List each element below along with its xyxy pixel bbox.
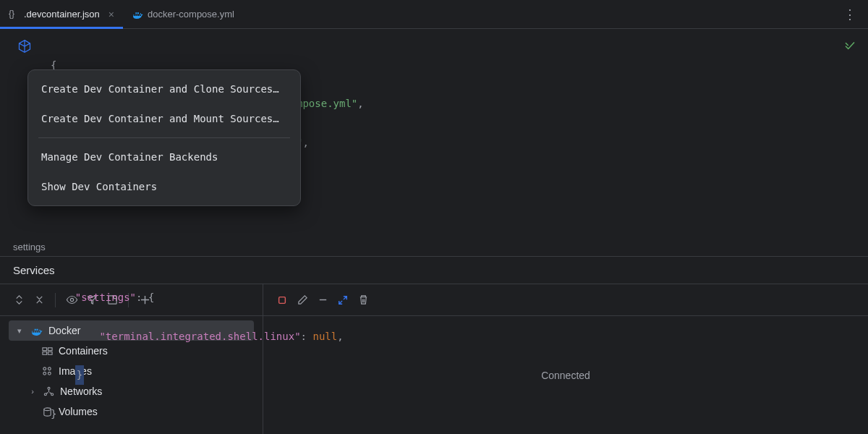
code-editor[interactable]: { mpose.yml", ", "settings": { "terminal… [0,29,868,237]
devcontainer-gutter-icon[interactable] [17,39,32,54]
devcontainer-actions-popup: Create Dev Container and Clone Sources… … [27,69,301,206]
tab-label: docker-compose.yml [148,9,234,20]
inspections-ok-icon[interactable] [843,39,856,52]
braces-icon: {} [9,9,20,20]
svg-text:{}: {} [9,9,14,19]
docker-icon [132,9,143,20]
tab-devcontainer-json[interactable]: {} .devcontainer.json × [0,0,123,28]
matching-brace-highlight: } [75,365,84,385]
popup-item-manage-backends[interactable]: Manage Dev Container Backends [28,142,300,172]
popup-item-create-clone[interactable]: Create Dev Container and Clone Sources… [28,75,300,104]
tab-bar-more-button[interactable]: ⋮ [832,7,868,22]
popup-separator [38,137,290,138]
popup-item-show-containers[interactable]: Show Dev Containers [28,172,300,202]
editor-tab-bar: {} .devcontainer.json × docker-compose.y… [0,0,868,29]
tab-docker-compose-yml[interactable]: docker-compose.yml [123,0,243,28]
popup-item-create-mount[interactable]: Create Dev Container and Mount Sources… [28,104,300,134]
close-icon[interactable]: × [109,9,114,20]
tab-label: .devcontainer.json [24,9,100,20]
